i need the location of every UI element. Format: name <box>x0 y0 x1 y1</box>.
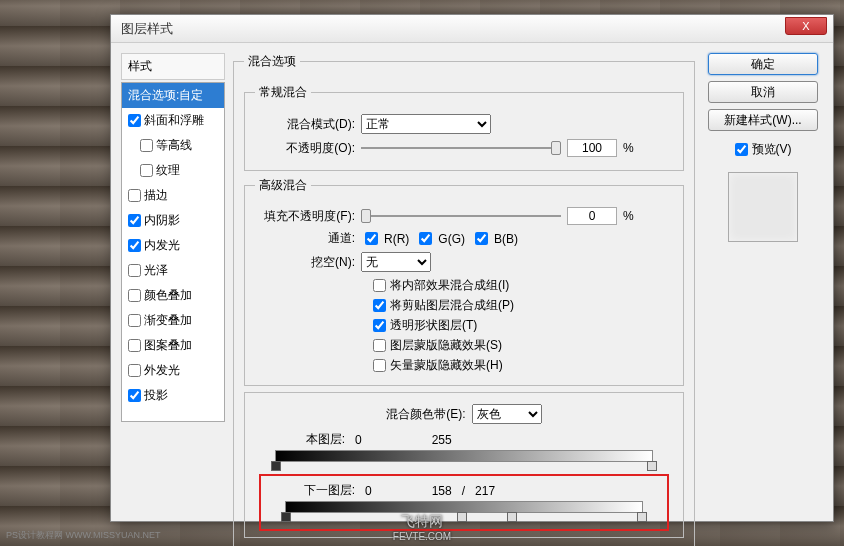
advanced-option-row: 透明形状图层(T) <box>255 317 673 334</box>
style-item[interactable]: 光泽 <box>122 258 224 283</box>
style-checkbox[interactable] <box>128 389 141 402</box>
style-label: 外发光 <box>144 362 180 379</box>
blend-mode-label: 混合模式(D): <box>255 116 355 133</box>
style-label: 纹理 <box>156 162 180 179</box>
underlying-mid2: 217 <box>475 484 495 498</box>
style-checkbox[interactable] <box>128 214 141 227</box>
blend-if-group: 混合颜色带(E): 灰色 本图层: 0 255 <box>244 392 684 538</box>
general-blend-legend: 常规混合 <box>255 84 311 101</box>
watermark-bottom: FEVTE.COM <box>393 531 451 542</box>
channel-g-label: G(G) <box>438 232 465 246</box>
ok-button[interactable]: 确定 <box>708 53 818 75</box>
knockout-select[interactable]: 无 <box>361 252 431 272</box>
watermark-center: 飞特网 FEVTE.COM <box>393 513 451 542</box>
blend-options-legend: 混合选项 <box>244 53 300 70</box>
advanced-option-checkbox[interactable] <box>373 359 386 372</box>
styles-list: 混合选项:自定斜面和浮雕等高线纹理描边内阴影内发光光泽颜色叠加渐变叠加图案叠加外… <box>121 82 225 422</box>
preview-checkbox-row: 预览(V) <box>735 141 792 158</box>
style-checkbox[interactable] <box>140 139 153 152</box>
style-checkbox[interactable] <box>128 339 141 352</box>
style-checkbox[interactable] <box>128 314 141 327</box>
dialog-title: 图层样式 <box>121 20 173 38</box>
knockout-label: 挖空(N): <box>255 254 355 271</box>
opacity-row: 不透明度(O): % <box>255 139 673 157</box>
underlying-label: 下一图层: <box>285 482 355 499</box>
handle-mid1[interactable] <box>457 512 467 522</box>
cancel-button[interactable]: 取消 <box>708 81 818 103</box>
advanced-option-label: 图层蒙版隐藏效果(S) <box>390 337 502 354</box>
handle-low[interactable] <box>271 461 281 471</box>
percent-label: % <box>623 209 634 223</box>
style-checkbox[interactable] <box>128 264 141 277</box>
underlying-gradient[interactable] <box>285 501 643 513</box>
handle-high[interactable] <box>647 461 657 471</box>
opacity-label: 不透明度(O): <box>255 140 355 157</box>
style-item[interactable]: 纹理 <box>122 158 224 183</box>
handle-mid2[interactable] <box>507 512 517 522</box>
style-checkbox[interactable] <box>140 164 153 177</box>
advanced-option-row: 矢量蒙版隐藏效果(H) <box>255 357 673 374</box>
advanced-option-label: 矢量蒙版隐藏效果(H) <box>390 357 503 374</box>
preview-checkbox[interactable] <box>735 143 748 156</box>
advanced-option-label: 将内部效果混合成组(I) <box>390 277 509 294</box>
this-layer-gradient[interactable] <box>275 450 653 462</box>
style-label: 颜色叠加 <box>144 287 192 304</box>
this-layer-row: 本图层: 0 255 <box>255 429 673 450</box>
blend-mode-row: 混合模式(D): 正常 <box>255 114 673 134</box>
style-item[interactable]: 内阴影 <box>122 208 224 233</box>
new-style-button[interactable]: 新建样式(W)... <box>708 109 818 131</box>
highlight-box: 下一图层: 0 158 / 217 <box>259 474 669 531</box>
style-checkbox[interactable] <box>128 364 141 377</box>
style-checkbox[interactable] <box>128 114 141 127</box>
blend-if-label: 混合颜色带(E): <box>386 406 465 423</box>
style-item[interactable]: 渐变叠加 <box>122 308 224 333</box>
style-item[interactable]: 颜色叠加 <box>122 283 224 308</box>
this-layer-low: 0 <box>355 433 362 447</box>
handle-high[interactable] <box>637 512 647 522</box>
percent-label: % <box>623 141 634 155</box>
general-blend-group: 常规混合 混合模式(D): 正常 不透明度(O): <box>244 84 684 171</box>
advanced-option-checkbox[interactable] <box>373 339 386 352</box>
opacity-thumb[interactable] <box>551 141 561 155</box>
underlying-low: 0 <box>365 484 372 498</box>
style-item[interactable]: 外发光 <box>122 358 224 383</box>
advanced-blend-group: 高级混合 填充不透明度(F): % 通道: R(R) G(G) <box>244 177 684 386</box>
advanced-blend-legend: 高级混合 <box>255 177 311 194</box>
titlebar[interactable]: 图层样式 X <box>111 15 833 43</box>
style-label: 内阴影 <box>144 212 180 229</box>
channel-b-checkbox[interactable] <box>475 232 488 245</box>
style-item[interactable]: 内发光 <box>122 233 224 258</box>
style-item[interactable]: 混合选项:自定 <box>122 83 224 108</box>
advanced-option-checkbox[interactable] <box>373 299 386 312</box>
fill-opacity-thumb[interactable] <box>361 209 371 223</box>
knockout-row: 挖空(N): 无 <box>255 252 673 272</box>
opacity-slider[interactable] <box>361 141 561 155</box>
fill-opacity-input[interactable] <box>567 207 617 225</box>
advanced-option-checkbox[interactable] <box>373 279 386 292</box>
fill-opacity-slider[interactable] <box>361 209 561 223</box>
style-item[interactable]: 描边 <box>122 183 224 208</box>
style-checkbox[interactable] <box>128 189 141 202</box>
style-checkbox[interactable] <box>128 289 141 302</box>
style-item[interactable]: 图案叠加 <box>122 333 224 358</box>
layer-style-dialog: 图层样式 X 样式 混合选项:自定斜面和浮雕等高线纹理描边内阴影内发光光泽颜色叠… <box>110 14 834 522</box>
style-label: 描边 <box>144 187 168 204</box>
advanced-option-checkbox[interactable] <box>373 319 386 332</box>
opacity-input[interactable] <box>567 139 617 157</box>
style-item[interactable]: 斜面和浮雕 <box>122 108 224 133</box>
blend-mode-select[interactable]: 正常 <box>361 114 491 134</box>
preview-thumbnail <box>728 172 798 242</box>
watermark-left: PS设计教程网 WWW.MISSYUAN.NET <box>6 529 161 542</box>
styles-header: 样式 <box>121 53 225 80</box>
close-button[interactable]: X <box>785 17 827 35</box>
channel-b-label: B(B) <box>494 232 518 246</box>
channel-g-checkbox[interactable] <box>419 232 432 245</box>
channel-r-checkbox[interactable] <box>365 232 378 245</box>
handle-low[interactable] <box>281 512 291 522</box>
blend-options-group: 混合选项 常规混合 混合模式(D): 正常 不透明度(O): <box>233 53 695 546</box>
style-item[interactable]: 等高线 <box>122 133 224 158</box>
style-label: 光泽 <box>144 262 168 279</box>
style-item[interactable]: 投影 <box>122 383 224 408</box>
style-checkbox[interactable] <box>128 239 141 252</box>
blend-if-select[interactable]: 灰色 <box>472 404 542 424</box>
